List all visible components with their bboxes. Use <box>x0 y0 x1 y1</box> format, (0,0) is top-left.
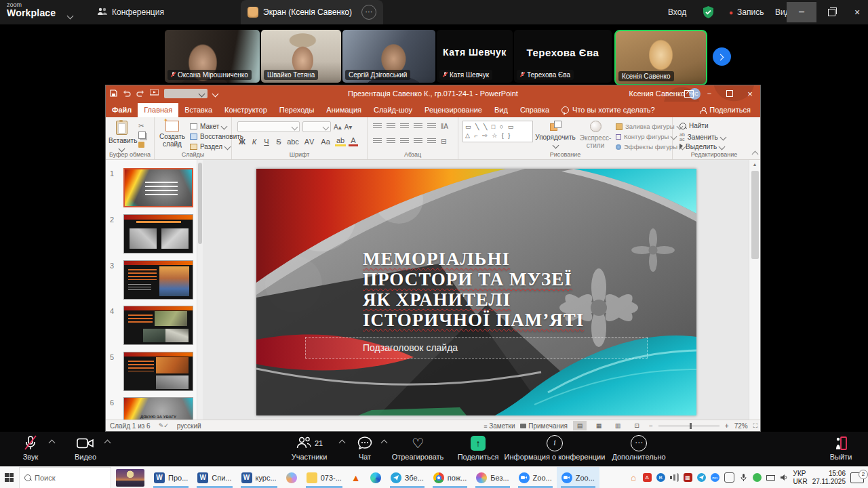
share-screen-button[interactable]: ↑ Поделиться <box>453 435 503 461</box>
media-tray-icon[interactable]: ▦ <box>684 473 692 482</box>
decrease-indent-button[interactable] <box>400 123 409 129</box>
tab-view[interactable]: Вид <box>488 103 514 117</box>
start-button[interactable] <box>0 467 19 488</box>
change-case-button[interactable]: Аа <box>319 138 332 146</box>
signin-button[interactable]: Вход <box>668 0 686 24</box>
zoom-level[interactable]: 72% <box>734 422 748 430</box>
taskbar-zoom-1[interactable]: Zoo... <box>514 467 557 488</box>
mic-tray-icon[interactable] <box>739 473 748 482</box>
justify-button[interactable] <box>414 138 422 144</box>
language-indicator[interactable]: русский <box>177 422 201 430</box>
taskbar-paint[interactable]: Без... <box>471 467 513 488</box>
select-button[interactable]: Выделить <box>679 143 724 150</box>
thumbnail-slide-3[interactable] <box>123 260 193 300</box>
tab-design[interactable]: Конструктор <box>218 103 273 117</box>
copy-button[interactable] <box>138 131 146 139</box>
zoom-slider[interactable] <box>658 426 719 426</box>
taskbar-word-doc-3[interactable]: W курс... <box>237 467 281 488</box>
ribbon-display-options-icon[interactable] <box>679 85 699 102</box>
thumbnail-slide-2[interactable] <box>123 214 193 253</box>
grow-font-button[interactable]: А▴ <box>334 123 342 131</box>
tab-screen-share[interactable]: Экран (Ксенія Савенко) ⋯ <box>241 0 383 24</box>
bullets-button[interactable] <box>373 123 382 129</box>
slideshow-view-button[interactable]: ⊡ <box>630 421 644 430</box>
tab-animations[interactable]: Анимация <box>320 103 368 117</box>
text-direction-button[interactable]: ǁA <box>441 123 448 130</box>
italic-button[interactable]: К <box>250 138 259 146</box>
thumbnail-slide-6[interactable]: ДЯКУЮ ЗА УВАГУ <box>123 397 193 421</box>
thumbnail-scrollbar[interactable] <box>197 160 203 421</box>
video-tile-terekhova[interactable]: Терехова Єва Терехова Єва <box>514 30 612 83</box>
align-right-button[interactable] <box>400 138 409 144</box>
increase-indent-button[interactable] <box>414 123 422 129</box>
thumbnail-slide-1[interactable] <box>123 168 193 207</box>
notification-center-icon[interactable]: 2 <box>850 472 864 483</box>
more-button[interactable]: ⋯ Дополнительно <box>606 435 671 461</box>
close-button[interactable]: × <box>842 2 868 22</box>
video-tile-serhii[interactable]: Сергій Дзіговський <box>342 30 435 83</box>
tab-help[interactable]: Справка <box>514 103 555 117</box>
align-center-button[interactable] <box>387 138 395 144</box>
slide-sorter-button[interactable]: ▦ <box>592 421 606 430</box>
align-left-button[interactable] <box>373 138 382 144</box>
taskbar-telegram[interactable]: Збе... <box>386 467 429 488</box>
paste-button[interactable]: Вставить <box>108 121 134 152</box>
leave-button[interactable]: Выйти <box>823 435 859 461</box>
minimize-button[interactable]: − <box>787 2 816 22</box>
thumbnail-slide-4[interactable] <box>123 306 193 345</box>
shape-fill-button[interactable]: Заливка фигуры <box>616 123 682 130</box>
bluetooth-tray-icon[interactable]: B <box>656 473 665 482</box>
replace-button[interactable]: abac Заменить <box>679 132 726 142</box>
reading-view-button[interactable]: ▥ <box>611 421 625 430</box>
zoom-out-button[interactable]: − <box>649 422 653 430</box>
taskbar-word-doc-1[interactable]: W Про... <box>149 467 193 488</box>
slide-subtitle-placeholder[interactable]: Подзаголовок слайда <box>305 337 648 359</box>
normal-view-button[interactable]: ▤ <box>573 421 587 430</box>
language-switcher[interactable]: УКРUKR <box>793 470 808 486</box>
shapes-gallery[interactable]: ▭ ╲ ╲ □ ○ ▭ △ ⌐ ⇨ ☆ { } <box>462 121 533 142</box>
tab-options-icon[interactable]: ⋯ <box>361 5 376 20</box>
snip-tray-icon[interactable] <box>724 472 734 483</box>
ppt-share-button[interactable]: Поделиться <box>694 103 760 117</box>
taskbar-vlc[interactable]: ▲ <box>347 467 366 488</box>
battery-tray-icon[interactable] <box>766 473 775 482</box>
taskbar-chrome[interactable]: пож... <box>429 467 471 488</box>
video-tile-shvaiko[interactable]: Швайко Тетяна <box>261 30 341 83</box>
react-button[interactable]: ♡ Отреагировать <box>384 435 452 461</box>
tab-insert[interactable]: Вставка <box>178 103 218 117</box>
tab-file[interactable]: Файл <box>106 103 138 117</box>
tab-transitions[interactable]: Переходы <box>273 103 321 117</box>
tab-conference[interactable]: Конференция <box>97 0 164 24</box>
fit-to-window-icon[interactable]: ⛶ <box>753 422 757 430</box>
search-box[interactable]: Поиск <box>19 467 111 488</box>
font-color-button[interactable]: А <box>349 136 358 146</box>
tab-slideshow[interactable]: Слайд-шоу <box>368 103 418 117</box>
slide-title[interactable]: МЕМОРІАЛЬНІ ПРОСТОРИ ТА МУЗЕЇ ЯК ХРАНИТЕ… <box>363 249 634 330</box>
comments-button[interactable]: Примечания <box>520 422 568 430</box>
taskbar-folder[interactable]: 073-... <box>302 467 347 488</box>
columns-button[interactable] <box>427 138 436 144</box>
audio-button[interactable]: Звук <box>11 435 50 461</box>
next-participants-button[interactable] <box>713 47 731 66</box>
participants-button[interactable]: 21 Участники <box>277 435 342 461</box>
zoom-tray-icon[interactable]: zm <box>711 473 719 482</box>
quick-styles-button[interactable]: Экспресс- стили <box>578 121 613 149</box>
tab-home[interactable]: Главная <box>138 103 178 117</box>
clear-formatting-button[interactable]: abc <box>286 138 300 146</box>
green-tray-icon[interactable] <box>753 473 762 482</box>
highlight-color-button[interactable]: ab <box>335 136 346 146</box>
taskbar-zoom-2[interactable]: Zoo... <box>557 467 599 488</box>
chat-button[interactable]: Чат <box>347 435 382 461</box>
font-size-combo[interactable] <box>302 121 331 132</box>
home-tray-icon[interactable]: ⌂ <box>629 473 638 482</box>
format-painter-button[interactable] <box>138 142 144 148</box>
ppt-minimize-button[interactable]: − <box>699 85 719 102</box>
line-spacing-button[interactable] <box>427 123 436 129</box>
zoom-in-button[interactable]: + <box>725 422 729 430</box>
tell-me-box[interactable]: Что вы хотите сделать? <box>555 103 661 117</box>
taskbar-copilot[interactable] <box>281 467 302 488</box>
video-tile-kseniia-active-speaker[interactable]: Ксенія Савенко <box>614 30 707 85</box>
underline-button[interactable]: Ч <box>262 138 271 146</box>
tab-review[interactable]: Рецензирование <box>418 103 488 117</box>
security-shield-icon[interactable] <box>702 5 715 22</box>
